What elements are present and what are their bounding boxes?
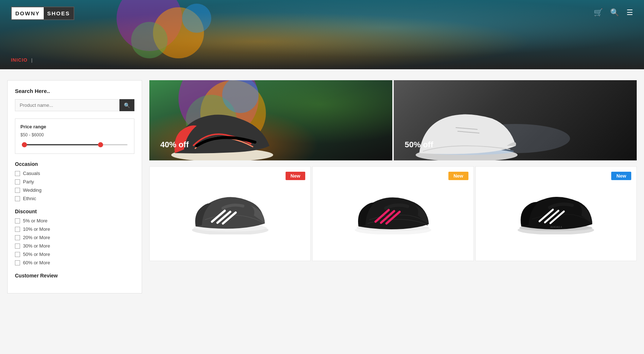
search-icon[interactable]: 🔍 xyxy=(610,8,619,17)
price-max: $6000 xyxy=(32,132,44,137)
product-image-3: ADIDAS 4 xyxy=(482,172,631,245)
breadcrumb-home[interactable]: INICIO xyxy=(11,57,28,63)
menu-icon[interactable]: ☰ xyxy=(627,8,633,17)
breadcrumb-separator: | xyxy=(31,57,32,63)
search-row: 🔍 xyxy=(15,99,134,111)
product-card-3[interactable]: New xyxy=(475,166,637,261)
search-icon: 🔍 xyxy=(124,102,130,108)
header: DOWNY SHOES 🛒 🔍 ☰ INICIO | xyxy=(0,0,644,69)
label-discount-30: 30% or More xyxy=(23,243,50,249)
promo-banners: 40% off xyxy=(149,80,637,160)
label-discount-60: 60% or More xyxy=(23,260,50,265)
logo-downy: DOWNY xyxy=(12,7,44,19)
price-min: $50 xyxy=(20,132,28,137)
occasion-ethnic: Ethnic xyxy=(15,196,134,201)
occasion-casuals: Casuals xyxy=(15,171,134,176)
header-background xyxy=(0,0,644,69)
checkbox-party[interactable] xyxy=(15,179,20,184)
svg-text:ADIDAS 4: ADIDAS 4 xyxy=(550,226,562,228)
price-values: $50 - $6000 xyxy=(20,132,129,137)
discount-section: Discount 5% or More 10% or More 20% or M… xyxy=(15,209,134,265)
checkbox-casuals[interactable] xyxy=(15,171,20,176)
shoe-svg-right xyxy=(405,95,529,160)
header-icons: 🛒 🔍 ☰ xyxy=(594,8,633,17)
discount-title: Discount xyxy=(15,209,134,214)
shoe-product-2 xyxy=(349,183,437,234)
breadcrumb: INICIO | xyxy=(11,57,32,63)
promo-banner-right[interactable]: 50% off xyxy=(394,80,637,160)
customer-review-section: Customer Review xyxy=(15,273,134,279)
products-area: 40% off xyxy=(142,80,637,293)
product-grid: New xyxy=(149,166,637,261)
range-fill xyxy=(22,144,98,145)
discount-50: 50% or More xyxy=(15,252,134,257)
occasion-party: Party xyxy=(15,179,134,184)
decor-circle-3 xyxy=(131,22,168,58)
shoe-svg-left xyxy=(160,95,284,160)
promo-banner-left[interactable]: 40% off xyxy=(149,80,392,160)
search-section-title: Search Here.. xyxy=(15,88,134,94)
customer-review-title: Customer Review xyxy=(15,273,134,279)
sidebar: Search Here.. 🔍 Price range $50 - $6000 xyxy=(7,80,142,293)
product-badge-3: New xyxy=(611,172,631,180)
label-discount-5: 5% or More xyxy=(23,218,47,223)
checkbox-wedding[interactable] xyxy=(15,188,20,193)
label-party: Party xyxy=(23,179,34,184)
occasion-title: Occasion xyxy=(15,161,134,167)
decor-circle-4 xyxy=(182,4,211,33)
promo-label-right: 50% off xyxy=(405,140,433,149)
discount-5: 5% or More xyxy=(15,218,134,223)
price-range-title: Price range xyxy=(20,124,129,129)
promo-label-left: 40% off xyxy=(160,140,189,149)
checkbox-discount-30[interactable] xyxy=(15,244,20,249)
occasion-section: Occasion Casuals Party Wedding Ethnic xyxy=(15,161,134,201)
occasion-wedding: Wedding xyxy=(15,187,134,193)
product-card-1[interactable]: New xyxy=(149,166,311,261)
label-wedding: Wedding xyxy=(23,187,42,193)
range-thumb-left[interactable] xyxy=(22,142,27,147)
label-discount-20: 20% or More xyxy=(23,235,50,240)
range-thumb-right[interactable] xyxy=(98,142,103,147)
product-card-2[interactable]: New xyxy=(312,166,474,261)
shoe-product-1 xyxy=(186,183,274,234)
label-discount-10: 10% or More xyxy=(23,226,50,232)
label-casuals: Casuals xyxy=(23,171,40,176)
search-button[interactable]: 🔍 xyxy=(119,99,134,111)
checkbox-discount-50[interactable] xyxy=(15,252,20,257)
checkbox-ethnic[interactable] xyxy=(15,196,20,201)
price-dash: - xyxy=(29,132,30,137)
product-badge-2: New xyxy=(448,172,468,180)
product-image-1 xyxy=(156,172,305,245)
label-ethnic: Ethnic xyxy=(23,196,36,201)
shoe-product-3: ADIDAS 4 xyxy=(512,183,600,234)
product-badge-1: New xyxy=(286,172,306,180)
checkbox-discount-60[interactable] xyxy=(15,260,20,265)
discount-30: 30% or More xyxy=(15,243,134,249)
discount-10: 10% or More xyxy=(15,226,134,232)
checkbox-discount-5[interactable] xyxy=(15,218,20,223)
logo[interactable]: DOWNY SHOES xyxy=(11,7,74,20)
main-content: Search Here.. 🔍 Price range $50 - $6000 xyxy=(0,69,644,304)
price-range-section: Price range $50 - $6000 xyxy=(15,118,134,154)
product-image-2 xyxy=(318,172,467,245)
logo-shoes: SHOES xyxy=(44,7,74,19)
cart-icon[interactable]: 🛒 xyxy=(594,8,603,17)
discount-60: 60% or More xyxy=(15,260,134,265)
search-input[interactable] xyxy=(15,99,119,111)
discount-20: 20% or More xyxy=(15,235,134,240)
price-range-slider[interactable] xyxy=(22,141,127,148)
label-discount-50: 50% or More xyxy=(23,252,50,257)
checkbox-discount-20[interactable] xyxy=(15,235,20,240)
checkbox-discount-10[interactable] xyxy=(15,227,20,232)
